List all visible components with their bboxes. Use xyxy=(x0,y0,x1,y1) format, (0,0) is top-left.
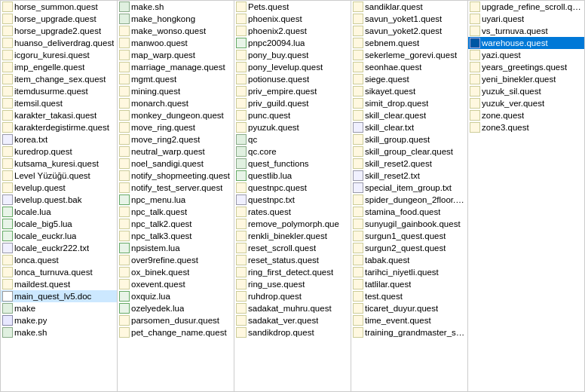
list-item[interactable]: pyuzuk.quest xyxy=(234,121,351,133)
list-item[interactable]: horse_upgrade.quest xyxy=(1,13,117,25)
list-item[interactable]: tarihci_niyetli.quest xyxy=(351,266,467,278)
list-item[interactable]: zone.quest xyxy=(468,109,584,121)
list-item[interactable]: npc_talk2.quest xyxy=(118,218,234,230)
list-item[interactable]: vs_turnuva.quest xyxy=(468,25,584,37)
list-item[interactable]: reset_scroll.quest xyxy=(234,242,351,254)
list-item[interactable]: training_grandmaster_skill.quest xyxy=(351,326,467,338)
list-item[interactable]: uyari.quest xyxy=(468,13,584,25)
list-item[interactable]: horse_summon.quest xyxy=(1,1,117,13)
list-item[interactable]: mgmt.quest xyxy=(118,73,234,85)
list-item[interactable]: tatlilar.quest xyxy=(351,278,467,290)
list-item[interactable]: potionuse.quest xyxy=(234,73,351,85)
list-item[interactable]: yazi.quest xyxy=(468,49,584,61)
list-item[interactable]: stamina_food.quest xyxy=(351,206,467,218)
list-item[interactable]: ticaret_duyur.quest xyxy=(351,302,467,314)
list-item[interactable]: reset_status.quest xyxy=(234,254,351,266)
list-item[interactable]: sebnem.quest xyxy=(351,37,467,49)
list-item[interactable]: skill_reset2.txt xyxy=(351,170,467,182)
list-item[interactable]: seonhae.quest xyxy=(351,61,467,73)
list-item[interactable]: kuredrop.quest xyxy=(1,145,117,158)
list-item[interactable]: sandiklar.quest xyxy=(351,1,467,13)
list-item[interactable]: monkey_dungeon.quest xyxy=(118,109,234,121)
list-item[interactable]: itemsil.quest xyxy=(1,97,117,109)
list-item[interactable]: marriage_manage.quest xyxy=(118,61,234,73)
list-item[interactable]: ring_first_detect.quest xyxy=(234,266,351,278)
list-item[interactable]: savun_yoket1.quest xyxy=(351,13,467,25)
list-item[interactable]: surgun1_quest.quest xyxy=(351,230,467,242)
list-item[interactable]: parsomen_dusur.quest xyxy=(118,314,234,326)
list-item[interactable]: phoenix2.quest xyxy=(234,25,351,37)
list-item[interactable]: skill_group_clear.quest xyxy=(351,145,467,158)
list-item[interactable]: qc.core xyxy=(234,145,351,158)
list-item[interactable]: sadakat_ver.quest xyxy=(234,314,351,326)
list-item[interactable]: locale_big5.lua xyxy=(1,218,117,230)
list-item[interactable]: mining.quest xyxy=(118,85,234,97)
list-item[interactable]: skill_reset2.quest xyxy=(351,158,467,170)
list-item[interactable]: locale_euckr.lua xyxy=(1,230,117,242)
list-item[interactable]: test.quest xyxy=(351,290,467,302)
list-item[interactable]: move_ring.quest xyxy=(118,121,234,133)
list-item[interactable]: make_wonso.quest xyxy=(118,25,234,37)
list-item[interactable]: priv_guild.quest xyxy=(234,97,351,109)
list-item[interactable]: make.py xyxy=(1,314,117,326)
list-item[interactable]: map_warp.quest xyxy=(118,49,234,61)
list-item[interactable]: time_event.quest xyxy=(351,314,467,326)
list-item[interactable]: over9refine.quest xyxy=(118,254,234,266)
list-item[interactable]: quest_functions xyxy=(234,158,351,170)
list-item[interactable]: years_greetings.quest xyxy=(468,61,584,73)
list-item[interactable]: itemdusurme.quest xyxy=(1,85,117,97)
list-item[interactable]: locale_euckr222.txt xyxy=(1,242,117,254)
list-item[interactable]: oxevent.quest xyxy=(118,278,234,290)
list-item[interactable]: siege.quest xyxy=(351,73,467,85)
list-item[interactable]: pet_change_name.quest xyxy=(118,326,234,338)
list-item[interactable]: karakter_takasi.quest xyxy=(1,109,117,121)
list-item[interactable]: lonca.quest xyxy=(1,254,117,266)
list-item[interactable]: notify_test_server.quest xyxy=(118,182,234,194)
list-item[interactable]: remove_polymorph.que xyxy=(234,218,351,230)
list-item[interactable]: npsistem.lua xyxy=(118,242,234,254)
list-item[interactable]: upgrade_refine_scroll.quest xyxy=(468,1,584,13)
list-item[interactable]: savun_yoket2.quest xyxy=(351,25,467,37)
list-item[interactable]: ozelyedek.lua xyxy=(118,302,234,314)
list-item[interactable]: Level Yüzüğü.quest xyxy=(1,170,117,182)
list-item[interactable]: noel_sandigi.quest xyxy=(118,158,234,170)
list-item[interactable]: questnpc.txt xyxy=(234,194,351,206)
list-item[interactable]: maildest.quest xyxy=(1,278,117,290)
list-item[interactable]: ox_binek.quest xyxy=(118,266,234,278)
list-item[interactable]: sekerleme_gorevi.quest xyxy=(351,49,467,61)
list-item[interactable]: pnpc20094.lua xyxy=(234,37,351,49)
list-item[interactable]: skill_group.quest xyxy=(351,133,467,145)
list-item[interactable]: horse_upgrade2.quest xyxy=(1,25,117,37)
list-item[interactable]: questlib.lua xyxy=(234,170,351,182)
list-item[interactable]: pony_buy.quest xyxy=(234,49,351,61)
list-item[interactable]: priv_empire.quest xyxy=(234,85,351,97)
list-item[interactable]: notify_shopmeeting.quest xyxy=(118,170,234,182)
list-item[interactable]: manwoo.quest xyxy=(118,37,234,49)
list-item[interactable]: karakterdegistirme.quest xyxy=(1,121,117,133)
list-item[interactable]: spider_dungeon_2floor.quest xyxy=(351,194,467,206)
list-item[interactable]: huanso_deliverdrag.quest xyxy=(1,37,117,49)
list-item[interactable]: simit_drop.quest xyxy=(351,97,467,109)
list-item[interactable]: phoenix.quest xyxy=(234,13,351,25)
list-item[interactable]: tabak.quest xyxy=(351,254,467,266)
list-item[interactable]: zone3.quest xyxy=(468,121,584,133)
list-item[interactable]: questnpc.quest xyxy=(234,182,351,194)
list-item[interactable]: pony_levelup.quest xyxy=(234,61,351,73)
list-item[interactable]: main_quest_lv5.doc xyxy=(1,290,117,302)
list-item[interactable]: ruhdrop.quest xyxy=(234,290,351,302)
list-item[interactable]: sunyugil_gainbook.quest xyxy=(351,218,467,230)
list-item[interactable]: npc_menu.lua xyxy=(118,194,234,206)
list-item[interactable]: sandikdrop.quest xyxy=(234,326,351,338)
list-item[interactable]: korea.txt xyxy=(1,133,117,145)
list-item[interactable]: yuzuk_ver.quest xyxy=(468,97,584,109)
list-item[interactable]: skill_clear.quest xyxy=(351,109,467,121)
list-item[interactable]: make_hongkong xyxy=(118,13,234,25)
list-item[interactable]: levelup.quest.bak xyxy=(1,194,117,206)
list-item[interactable]: yeni_binekler.quest xyxy=(468,73,584,85)
list-item[interactable]: npc_talk3.quest xyxy=(118,230,234,242)
list-item[interactable]: yuzuk_sil.quest xyxy=(468,85,584,97)
list-item[interactable]: skill_clear.txt xyxy=(351,121,467,133)
list-item[interactable]: rates.quest xyxy=(234,206,351,218)
list-item[interactable]: imp_engelle.quest xyxy=(1,61,117,73)
list-item[interactable]: punc.quest xyxy=(234,109,351,121)
